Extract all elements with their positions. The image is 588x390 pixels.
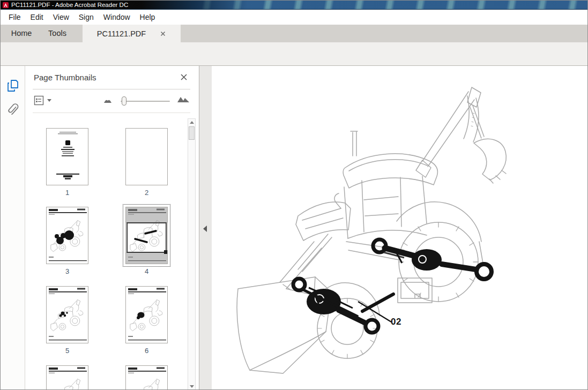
thumbnail-preview (125, 365, 168, 390)
collapse-left-icon (203, 225, 207, 232)
panel-close-icon[interactable] (180, 73, 188, 81)
menu-window[interactable]: Window (99, 10, 135, 25)
thumbnail-options-button[interactable] (34, 95, 51, 106)
title-bar: PC11121.PDF - Adobe Acrobat Reader DC (1, 1, 588, 10)
panel-divider (33, 89, 190, 89)
rear-axle-highlight (373, 239, 492, 279)
pageview-resize-handle[interactable] (164, 250, 168, 254)
attachments-icon[interactable] (6, 103, 20, 117)
thumbnail-preview (125, 128, 168, 185)
thumbnail-page-2[interactable]: 2 (125, 128, 168, 197)
scroll-down-icon (190, 385, 194, 388)
menu-edit[interactable]: Edit (26, 10, 48, 25)
chevron-down-icon (47, 99, 51, 102)
menu-help[interactable]: Help (135, 10, 160, 25)
thumbnail-preview (46, 365, 88, 390)
thumbnail-page-8-partial[interactable] (125, 365, 168, 390)
thumbnail-preview (46, 286, 88, 343)
menu-sign[interactable]: Sign (74, 10, 99, 25)
window-title: PC11121.PDF - Adobe Acrobat Reader DC (11, 2, 128, 8)
zoom-in-thumbnails-icon[interactable] (177, 95, 190, 103)
pageview-shade (126, 252, 167, 264)
panel-gutter (199, 66, 212, 390)
scrollbar-up-button[interactable] (188, 119, 195, 126)
tab-document[interactable]: PC11121.PDF (83, 25, 181, 42)
scrollbar-down-button[interactable] (188, 383, 195, 390)
thumbnail-size-slider[interactable] (121, 101, 170, 102)
thumbnail-page-1[interactable]: 1 (46, 128, 88, 197)
thumbnails-scrollbar[interactable] (188, 118, 196, 390)
thumbnail-page-5[interactable]: 5 (46, 286, 88, 355)
pageview-viewport-box[interactable] (126, 222, 167, 253)
document-page[interactable]: 02 (212, 66, 587, 390)
zoom-out-thumbnails-icon[interactable] (103, 98, 112, 103)
thumbnail-preview (125, 207, 168, 264)
panel-divider (33, 112, 190, 113)
thumbnail-page-3[interactable]: 3 (46, 207, 88, 275)
thumbnail-page-6[interactable]: 6 (125, 286, 168, 355)
thumbnail-page-number: 6 (125, 347, 168, 355)
backhoe-loader-illustration (234, 81, 512, 376)
tab-bar: Home Tools PC11121.PDF (1, 25, 588, 42)
tab-close-icon[interactable] (160, 31, 166, 37)
thumbnail-page-7-partial[interactable] (46, 365, 88, 390)
thumbnail-page-number: 3 (46, 267, 88, 275)
scrollbar-thumb[interactable] (189, 126, 195, 140)
tab-document-label: PC11121.PDF (97, 29, 146, 38)
thumbnail-preview (125, 286, 168, 343)
menu-bar: File Edit View Sign Window Help (1, 10, 588, 25)
menu-file[interactable]: File (4, 10, 26, 25)
page-thumbnails-icon[interactable] (6, 79, 20, 93)
navigation-rail (1, 66, 25, 390)
callout-label: 02 (391, 317, 401, 327)
collapse-panel-button[interactable] (203, 224, 209, 233)
thumbnail-page-number: 5 (46, 347, 88, 355)
thumbnail-preview (46, 207, 88, 264)
thumbnail-page-number: 2 (125, 189, 168, 197)
tab-tools[interactable]: Tools (42, 25, 72, 42)
thumbnail-size-slider-handle[interactable] (122, 96, 126, 106)
panel-title: Page Thumbnails (34, 73, 96, 82)
toolbar: / 1224 75.2% (1, 42, 588, 66)
menu-view[interactable]: View (48, 10, 74, 25)
thumbnail-page-number: 1 (46, 189, 88, 197)
pageview-shade (126, 207, 167, 223)
scroll-up-icon (190, 121, 194, 124)
thumbnail-preview (46, 128, 88, 185)
tab-home[interactable]: Home (5, 25, 38, 42)
front-axle-highlight (293, 279, 393, 333)
page-thumbnails-panel: Page Thumbnails (25, 66, 199, 390)
thumbnail-page-number: 4 (125, 267, 168, 275)
thumbnail-page-4-selected[interactable]: 4 (125, 207, 168, 275)
